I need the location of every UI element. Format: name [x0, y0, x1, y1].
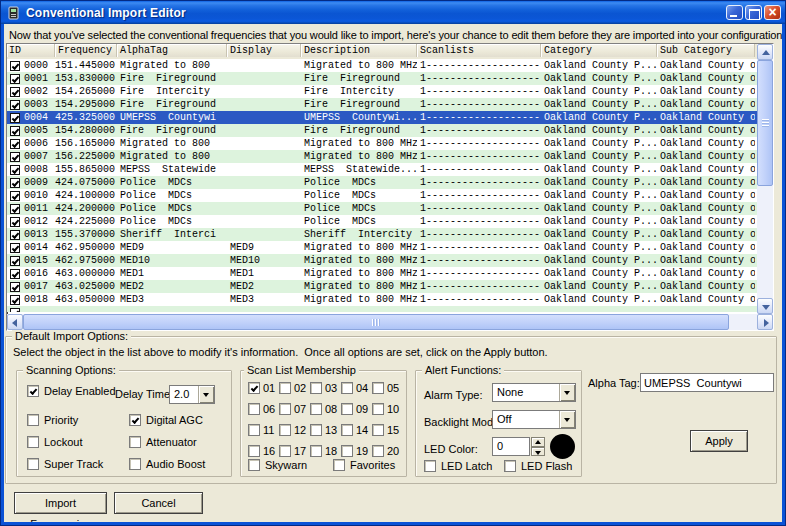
- checkbox-scanlist-02[interactable]: 02: [279, 382, 310, 394]
- checkbox-scanlist-01[interactable]: 01: [248, 382, 279, 394]
- column-header-display[interactable]: Display: [227, 44, 301, 57]
- column-header-sub-category[interactable]: Sub Category: [657, 44, 755, 57]
- checkbox-lockout[interactable]: Lockout: [27, 436, 83, 448]
- checkbox-box[interactable]: [372, 382, 384, 394]
- row-checkbox[interactable]: [10, 113, 20, 123]
- vertical-scroll-thumb[interactable]: [757, 60, 773, 186]
- row-checkbox[interactable]: [10, 282, 20, 292]
- checkbox-priority[interactable]: Priority: [27, 414, 78, 426]
- column-header-alphatag[interactable]: AlphaTag: [117, 44, 227, 57]
- checkbox-scanlist-11[interactable]: 11: [248, 424, 279, 436]
- row-checkbox[interactable]: [10, 126, 20, 136]
- table-row-0000[interactable]: 0000151.445000Migrated to 800Migrated to…: [7, 59, 757, 72]
- table-row-partial[interactable]: [7, 306, 757, 312]
- column-header-frequency[interactable]: Frequency: [55, 44, 117, 57]
- table-row-0015[interactable]: 0015462.975000MED10MED10Migrated to 800 …: [7, 254, 757, 267]
- column-header-description[interactable]: Description: [301, 44, 417, 57]
- checkbox-box[interactable]: [333, 459, 345, 471]
- row-checkbox[interactable]: [10, 100, 20, 110]
- checkbox-skywarn[interactable]: Skywarn: [248, 459, 307, 471]
- checkbox-box[interactable]: [310, 424, 322, 436]
- checkbox-attenuator[interactable]: Attenuator: [129, 436, 197, 448]
- led-color-value[interactable]: 0: [492, 437, 530, 456]
- apply-button[interactable]: Apply: [690, 430, 748, 452]
- checkbox-scanlist-15[interactable]: 15: [372, 424, 403, 436]
- row-checkbox[interactable]: [10, 165, 20, 175]
- checkbox-scanlist-06[interactable]: 06: [248, 403, 279, 415]
- row-checkbox[interactable]: [10, 269, 20, 279]
- checkbox-scanlist-20[interactable]: 20: [372, 445, 403, 457]
- checkbox-scanlist-12[interactable]: 12: [279, 424, 310, 436]
- checkbox-box[interactable]: [248, 445, 260, 457]
- checkbox-box[interactable]: [372, 424, 384, 436]
- table-row-0013[interactable]: 0013155.370000Sheriff InterciSheriff Int…: [7, 228, 757, 241]
- vertical-scrollbar[interactable]: [757, 44, 773, 314]
- scroll-right-button[interactable]: [757, 314, 773, 330]
- checkbox-box[interactable]: [372, 445, 384, 457]
- table-row-0007[interactable]: 0007156.225000Migrated to 800Migrated to…: [7, 150, 757, 163]
- checkbox-box[interactable]: [248, 459, 260, 471]
- table-row-0002[interactable]: 0002154.265000Fire IntercityFire Interci…: [7, 85, 757, 98]
- maximize-button[interactable]: [745, 5, 762, 20]
- row-checkbox[interactable]: [10, 152, 20, 162]
- checkbox-scanlist-14[interactable]: 14: [341, 424, 372, 436]
- column-header-scanlists[interactable]: Scanlists: [417, 44, 541, 57]
- checkbox-box[interactable]: [341, 424, 353, 436]
- column-header-category[interactable]: Category: [541, 44, 657, 57]
- spinner-down-button[interactable]: [531, 447, 545, 457]
- dropdown-arrow-icon[interactable]: [559, 411, 575, 428]
- checkbox-super-track[interactable]: Super Track: [27, 458, 103, 470]
- alarm-type-dropdown[interactable]: None: [492, 383, 576, 402]
- checkbox-scanlist-07[interactable]: 07: [279, 403, 310, 415]
- alpha-tag-input[interactable]: [640, 373, 774, 392]
- horizontal-scrollbar[interactable]: [7, 314, 773, 330]
- table-row-0017[interactable]: 0017463.025000MED2MED2Migrated to 800 MH…: [7, 280, 757, 293]
- dropdown-arrow-icon[interactable]: [198, 386, 214, 403]
- checkbox-box[interactable]: [129, 458, 141, 470]
- checkbox-box[interactable]: [310, 403, 322, 415]
- close-button[interactable]: [764, 5, 781, 20]
- checkbox-scanlist-03[interactable]: 03: [310, 382, 341, 394]
- checkbox-box[interactable]: [372, 403, 384, 415]
- checkbox-box[interactable]: [27, 458, 39, 470]
- checkbox-scanlist-13[interactable]: 13: [310, 424, 341, 436]
- checkbox-scanlist-08[interactable]: 08: [310, 403, 341, 415]
- table-row-0008[interactable]: 0008155.865000MEPSS StatewideMEPSS State…: [7, 163, 757, 176]
- table-row-0016[interactable]: 0016463.000000MED1MED1Migrated to 800 MH…: [7, 267, 757, 280]
- table-row-0014[interactable]: 0014462.950000MED9MED9Migrated to 800 MH…: [7, 241, 757, 254]
- checkbox-scanlist-16[interactable]: 16: [248, 445, 279, 457]
- table-row-0012[interactable]: 0012424.225000Police MDCsPolice MDCs1---…: [7, 215, 757, 228]
- scroll-up-button[interactable]: [757, 44, 773, 60]
- row-checkbox[interactable]: [10, 308, 20, 313]
- scroll-left-button[interactable]: [7, 314, 23, 330]
- cancel-button[interactable]: Cancel: [114, 492, 203, 514]
- row-checkbox[interactable]: [10, 295, 20, 305]
- checkbox-box[interactable]: [129, 436, 141, 448]
- row-checkbox[interactable]: [10, 217, 20, 227]
- checkbox-box[interactable]: [129, 414, 141, 426]
- delay-time-dropdown[interactable]: 2.0: [169, 385, 215, 404]
- checkbox-box[interactable]: [341, 445, 353, 457]
- checkbox-led-flash[interactable]: LED Flash: [504, 460, 572, 472]
- checkbox-box[interactable]: [27, 385, 39, 397]
- checkbox-scanlist-09[interactable]: 09: [341, 403, 372, 415]
- row-checkbox[interactable]: [10, 61, 20, 71]
- checkbox-box[interactable]: [341, 403, 353, 415]
- led-color-spinner[interactable]: 0: [492, 437, 545, 456]
- row-checkbox[interactable]: [10, 256, 20, 266]
- table-row-0003[interactable]: 0003154.295000Fire FiregroundFire Firegr…: [7, 98, 757, 111]
- checkbox-box[interactable]: [341, 382, 353, 394]
- checkbox-box[interactable]: [27, 414, 39, 426]
- row-checkbox[interactable]: [10, 243, 20, 253]
- row-checkbox[interactable]: [10, 204, 20, 214]
- checkbox-box[interactable]: [279, 382, 291, 394]
- table-row-0001[interactable]: 0001153.830000Fire FiregroundFire Firegr…: [7, 72, 757, 85]
- checkbox-box[interactable]: [248, 382, 260, 394]
- row-checkbox[interactable]: [10, 178, 20, 188]
- checkbox-scanlist-10[interactable]: 10: [372, 403, 403, 415]
- table-row-0004[interactable]: 0004425.325000UMEPSS CountywiUMEPSS Coun…: [7, 111, 757, 124]
- checkbox-scanlist-19[interactable]: 19: [341, 445, 372, 457]
- checkbox-box[interactable]: [310, 445, 322, 457]
- checkbox-box[interactable]: [27, 436, 39, 448]
- table-row-0010[interactable]: 0010424.100000Police MDCsPolice MDCs1---…: [7, 189, 757, 202]
